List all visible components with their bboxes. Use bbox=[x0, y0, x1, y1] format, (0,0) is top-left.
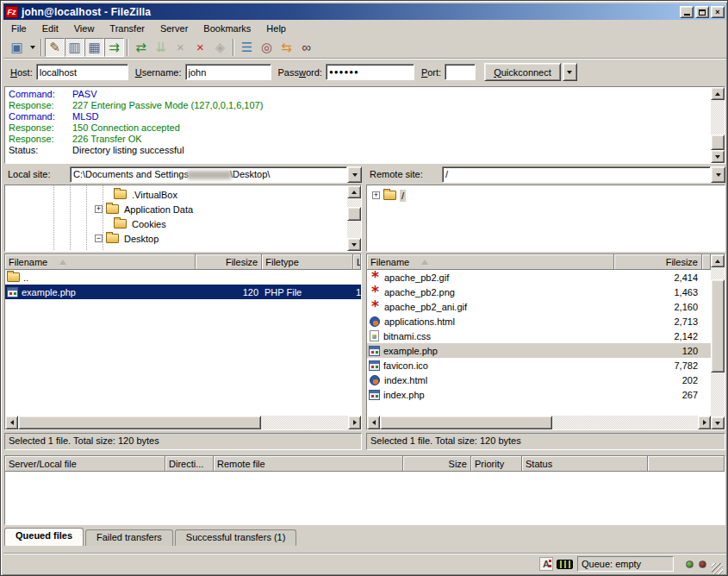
scroll-right-button[interactable] bbox=[698, 416, 711, 429]
tree-item-virtualbox[interactable]: .VirtualBox bbox=[114, 187, 179, 202]
list-item[interactable]: applications.html 2,713 bbox=[367, 314, 711, 329]
resize-grip[interactable] bbox=[712, 563, 723, 574]
quickconnect-dropdown[interactable] bbox=[563, 63, 577, 81]
close-button[interactable]: × bbox=[711, 6, 725, 18]
tab-successful-transfers[interactable]: Successful transfers (1) bbox=[175, 529, 297, 546]
sort-asc-icon bbox=[59, 260, 66, 265]
collapse-icon[interactable]: − bbox=[95, 235, 103, 242]
password-label: Password: bbox=[278, 67, 322, 78]
html-file-icon bbox=[370, 375, 380, 385]
minimize-button[interactable] bbox=[680, 6, 694, 18]
column-header-status[interactable]: Status bbox=[522, 456, 648, 472]
menu-bookmarks[interactable]: Bookmarks bbox=[196, 22, 258, 35]
list-item-parent-dir[interactable]: .. bbox=[5, 270, 361, 285]
column-header-priority[interactable]: Priority bbox=[471, 456, 522, 472]
tree-item-desktop[interactable]: − Desktop bbox=[95, 231, 160, 246]
cancel-icon[interactable]: × bbox=[171, 38, 190, 57]
list-item[interactable]: favicon.ico 7,782 bbox=[367, 358, 711, 373]
remote-site-combo[interactable]: / bbox=[442, 166, 725, 183]
tab-failed-transfers[interactable]: Failed transfers bbox=[85, 529, 173, 546]
scrollbar-thumb[interactable] bbox=[18, 416, 261, 429]
column-header-size[interactable]: Size bbox=[403, 456, 471, 472]
scroll-down-button[interactable] bbox=[711, 150, 725, 163]
menubar: File Edit View Transfer Server Bookmarks… bbox=[3, 20, 726, 36]
scroll-up-button[interactable] bbox=[347, 185, 361, 198]
column-header-filename[interactable]: Filename bbox=[367, 254, 614, 270]
scroll-up-button[interactable] bbox=[711, 254, 725, 267]
scroll-right-button[interactable] bbox=[348, 416, 361, 429]
column-header-last-modified[interactable]: L bbox=[353, 254, 361, 270]
site-manager-dropdown[interactable] bbox=[27, 38, 38, 57]
remote-list-hscrollbar[interactable] bbox=[367, 416, 711, 429]
toolbar: ▣ ✎ ▥ ▦ ⇉ ⇄ ⇊ × × ◈ ☰ ◎ ⇆ ∞ bbox=[3, 36, 726, 59]
local-site-dropdown[interactable] bbox=[347, 166, 362, 183]
menu-file[interactable]: File bbox=[3, 22, 34, 35]
window-title: john@localhost - FileZilla bbox=[22, 6, 678, 18]
log-scrollbar[interactable] bbox=[711, 87, 725, 163]
sync-browse-icon[interactable]: ⇆ bbox=[277, 38, 296, 57]
menu-view[interactable]: View bbox=[66, 22, 103, 35]
column-header-filesize[interactable]: Filesize bbox=[196, 254, 262, 270]
open-folder-icon bbox=[383, 191, 396, 200]
tree-item-application-data[interactable]: + Application Data bbox=[95, 202, 195, 216]
disconnect-icon[interactable]: × bbox=[190, 38, 210, 57]
maximize-button[interactable] bbox=[695, 6, 709, 18]
scroll-left-button[interactable] bbox=[5, 416, 18, 429]
local-tree-scrollbar[interactable] bbox=[347, 185, 361, 251]
toggle-log-icon[interactable]: ✎ bbox=[45, 38, 65, 57]
list-item-selected[interactable]: example.php 120 bbox=[367, 343, 711, 358]
tree-item-cookies[interactable]: Cookies bbox=[114, 216, 168, 231]
list-item[interactable]: index.html 202 bbox=[367, 373, 711, 387]
toggle-local-tree-icon[interactable]: ▥ bbox=[65, 38, 84, 57]
port-input[interactable] bbox=[445, 64, 476, 80]
tab-queued-files[interactable]: Queued files bbox=[4, 528, 84, 546]
column-header-filesize[interactable]: Filesize bbox=[614, 254, 702, 270]
list-item[interactable]: index.php 267 bbox=[367, 387, 711, 402]
menu-transfer[interactable]: Transfer bbox=[102, 22, 152, 35]
titlebar[interactable]: Fz john@localhost - FileZilla × bbox=[3, 3, 726, 20]
menu-server[interactable]: Server bbox=[152, 22, 196, 35]
process-queue-icon[interactable]: ⇊ bbox=[151, 38, 171, 57]
local-site-combo[interactable]: C:\Documents and Settings\Desktop\ bbox=[70, 166, 362, 183]
toggle-remote-tree-icon[interactable]: ▦ bbox=[84, 38, 104, 57]
list-item[interactable]: bitnami.css 2,142 bbox=[367, 329, 711, 343]
scroll-up-button[interactable] bbox=[711, 87, 725, 100]
list-item[interactable]: *apache_pb2.png 1,463 bbox=[367, 285, 711, 299]
scrollbar-thumb[interactable] bbox=[711, 135, 725, 150]
scrollbar-thumb[interactable] bbox=[711, 279, 725, 373]
reconnect-icon[interactable]: ◈ bbox=[210, 38, 230, 57]
column-header-remote-file[interactable]: Remote file bbox=[214, 456, 403, 472]
expand-icon[interactable]: + bbox=[372, 191, 380, 199]
scrollbar-thumb[interactable] bbox=[380, 416, 552, 429]
scrollbar-thumb[interactable] bbox=[347, 207, 361, 221]
column-header-direction[interactable]: Directi... bbox=[165, 456, 214, 472]
tree-item-root[interactable]: + / bbox=[372, 188, 406, 203]
remote-site-dropdown[interactable] bbox=[711, 166, 725, 183]
quickconnect-button[interactable]: Quickconnect bbox=[484, 63, 561, 81]
list-item[interactable]: *apache_pb2.gif 2,414 bbox=[367, 270, 711, 285]
compare-icon[interactable]: ◎ bbox=[257, 38, 277, 57]
expand-icon[interactable]: + bbox=[95, 205, 103, 213]
toolbar-separator bbox=[233, 39, 234, 56]
column-header-filetype[interactable]: Filetype bbox=[262, 254, 353, 270]
site-manager-icon[interactable]: ▣ bbox=[7, 38, 27, 57]
host-input[interactable] bbox=[36, 64, 128, 80]
list-item-example-php[interactable]: example.php 120 PHP File 1 bbox=[5, 285, 361, 299]
remote-list-vscrollbar[interactable] bbox=[711, 254, 725, 429]
menu-help[interactable]: Help bbox=[258, 22, 294, 35]
menu-edit[interactable]: Edit bbox=[34, 22, 66, 35]
scroll-left-button[interactable] bbox=[367, 416, 380, 429]
username-input[interactable] bbox=[185, 64, 271, 80]
password-input[interactable] bbox=[326, 64, 414, 80]
column-header-server-local-file[interactable]: Server/Local file bbox=[5, 456, 165, 472]
list-item[interactable]: *apache_pb2_ani.gif 2,160 bbox=[367, 299, 711, 314]
column-header-filename[interactable]: Filename bbox=[5, 254, 196, 270]
toggle-queue-icon[interactable]: ⇉ bbox=[104, 38, 124, 57]
scroll-down-button[interactable] bbox=[347, 238, 361, 251]
refresh-icon[interactable]: ⇄ bbox=[131, 38, 151, 57]
filter-icon[interactable]: ☰ bbox=[237, 38, 257, 57]
scroll-down-button[interactable] bbox=[711, 416, 725, 429]
chevron-down-icon bbox=[716, 173, 721, 177]
local-list-hscrollbar[interactable] bbox=[5, 416, 361, 429]
find-icon[interactable]: ∞ bbox=[296, 38, 316, 57]
